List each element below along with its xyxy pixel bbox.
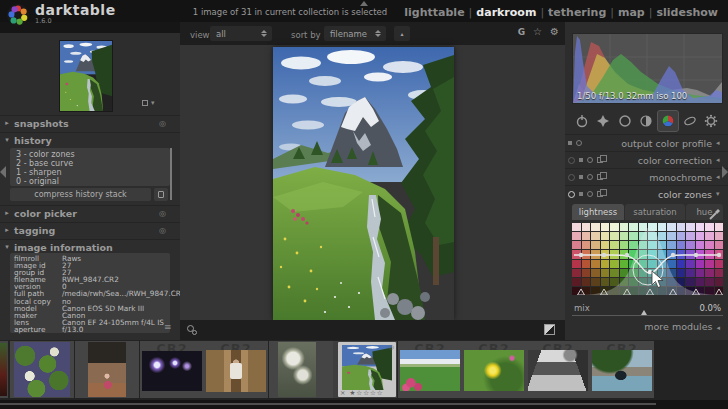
presets-icon[interactable]: [597, 191, 603, 197]
enable-toggle-icon[interactable]: [568, 157, 575, 164]
tone-group-icon[interactable]: [636, 110, 658, 132]
left-panel-collapse-icon[interactable]: [0, 166, 6, 178]
grouping-icon[interactable]: G: [518, 27, 525, 37]
favorites-group-icon[interactable]: [593, 110, 615, 132]
reset-icon[interactable]: [587, 191, 593, 197]
basic-group-icon[interactable]: [614, 110, 636, 132]
reset-icon[interactable]: ◎: [159, 119, 166, 128]
slider-track[interactable]: [572, 315, 723, 316]
reset-icon[interactable]: [587, 157, 593, 163]
thumbnail-dandelions[interactable]: [269, 341, 333, 398]
module-color-correction[interactable]: color correction ◂: [565, 151, 728, 168]
top-panel-collapse-icon[interactable]: [360, 1, 368, 6]
star-rating[interactable]: × ★☆☆☆☆: [340, 389, 384, 397]
reset-icon[interactable]: ◎: [159, 226, 166, 235]
tab-saturation[interactable]: saturation: [625, 204, 685, 220]
expander-down-icon[interactable]: ▾: [0, 136, 14, 144]
color-group-icon[interactable]: [657, 110, 679, 132]
multi-instance-icon[interactable]: [579, 175, 583, 179]
thumbnail-stone-bridge[interactable]: CR2: [590, 341, 654, 398]
effects-group-icon[interactable]: [700, 110, 722, 132]
tab-lightness[interactable]: lightness: [572, 204, 624, 220]
chevron-down-icon[interactable]: ▾: [151, 99, 155, 107]
expander-right-icon[interactable]: ▸: [0, 119, 14, 127]
view-filter-dropdown[interactable]: all: [210, 26, 272, 41]
zoom-mode-controls[interactable]: ▾: [142, 99, 155, 107]
mix-slider[interactable]: mix 0.0%: [572, 301, 723, 317]
view-slideshow[interactable]: slideshow: [656, 6, 718, 19]
palette-cell: [582, 260, 591, 268]
slider-marker-icon[interactable]: [641, 310, 647, 315]
palette-cell: [686, 287, 695, 295]
star-filter-icon[interactable]: ☆: [533, 26, 542, 37]
thumbnail-partial[interactable]: [0, 341, 8, 398]
history-header[interactable]: ▾ history: [0, 132, 180, 147]
thumbnail-speaker[interactable]: CR2: [204, 341, 268, 398]
overexposure-indicator-icon[interactable]: [544, 324, 555, 335]
enable-toggle-icon[interactable]: [568, 191, 575, 198]
histogram[interactable]: 1/50 f/13.0 32mm iso 100: [572, 33, 723, 104]
thumbnail-yellow-flower[interactable]: CR2: [462, 341, 526, 398]
palette-cell: [705, 260, 714, 268]
expander-down-icon[interactable]: ▾: [0, 243, 14, 251]
thumbnail-waterlilies[interactable]: [10, 341, 74, 398]
enable-toggle-icon[interactable]: [568, 174, 575, 181]
thumbnail-alpine-meadow[interactable]: CR2: [398, 341, 462, 398]
palette-cell: [658, 287, 667, 295]
softproof-icon[interactable]: [187, 325, 201, 336]
image-information-header[interactable]: ▾ image information: [0, 239, 180, 254]
multi-instance-icon[interactable]: [568, 141, 572, 145]
palette-cell: [686, 250, 695, 258]
thumbnail-dancer[interactable]: [75, 341, 139, 398]
main-image[interactable]: [273, 47, 454, 320]
darkroom-canvas[interactable]: [180, 45, 565, 320]
palette-cell: [582, 232, 591, 240]
module-monochrome[interactable]: monochrome ◂: [565, 168, 728, 185]
snapshots-header[interactable]: ▸ snapshots ◎: [0, 115, 180, 130]
expander-right-icon[interactable]: ▸: [0, 226, 14, 234]
overlays-settings-icon[interactable]: ⚙: [550, 26, 559, 37]
presets-icon[interactable]: [597, 157, 603, 163]
tagging-header[interactable]: ▸ tagging ◎: [0, 222, 180, 237]
expander-right-icon[interactable]: ▸: [0, 209, 14, 217]
view-lighttable[interactable]: lighttable: [404, 6, 464, 19]
color-picker-icon[interactable]: [708, 206, 721, 219]
history-item[interactable]: 2 - base curve: [16, 159, 170, 168]
thumbnail-bw-forest[interactable]: CR2: [526, 341, 590, 398]
view-map[interactable]: map: [618, 6, 645, 19]
group-indicator-icon[interactable]: ◎: [389, 343, 394, 350]
presets-icon[interactable]: [597, 174, 603, 180]
reset-icon[interactable]: [587, 174, 593, 180]
multi-instance-icon[interactable]: [579, 192, 583, 196]
sort-by-dropdown[interactable]: filename: [324, 26, 386, 41]
history-item[interactable]: 3 - color zones: [16, 150, 170, 159]
compress-history-button[interactable]: compress history stack: [10, 188, 151, 201]
active-modules-icon[interactable]: [571, 110, 593, 132]
right-panel-collapse-icon[interactable]: [722, 166, 728, 178]
color-zones-curve-area[interactable]: [572, 223, 723, 295]
thumbnail-selected-mountain[interactable]: ◎ × ★☆☆☆☆ ☆: [333, 341, 397, 398]
palette-cell: [639, 241, 648, 249]
palette-cell: [677, 260, 686, 268]
navigation-thumbnail[interactable]: [59, 40, 113, 112]
sort-ascending-button[interactable]: ▴: [394, 26, 410, 41]
thumbnail-concert[interactable]: CR2: [140, 341, 204, 398]
more-modules-link[interactable]: more modules◂: [644, 321, 720, 332]
module-output-color-profile[interactable]: output color profile ◂: [565, 134, 728, 151]
color-picker-header[interactable]: ▸ color picker ◎: [0, 205, 180, 220]
palette-cell: [629, 250, 638, 258]
correction-group-icon[interactable]: [679, 110, 701, 132]
multi-instance-icon[interactable]: [579, 158, 583, 162]
reset-icon[interactable]: ◎: [159, 209, 166, 218]
view-tethering[interactable]: tethering: [548, 6, 606, 19]
fit-icon[interactable]: [142, 100, 148, 106]
view-darkroom[interactable]: darkroom: [476, 6, 536, 19]
filmstrip-scrollbar[interactable]: [0, 403, 656, 405]
left-panel-scrollbar[interactable]: [170, 148, 172, 200]
create-style-button[interactable]: [154, 188, 168, 201]
module-color-zones[interactable]: color zones ▾: [565, 185, 728, 202]
palette-cell: [648, 260, 657, 268]
history-item[interactable]: 0 - original: [16, 177, 170, 186]
history-item[interactable]: 1 - sharpen: [16, 168, 170, 177]
presets-menu-icon[interactable]: ≡: [164, 322, 172, 332]
